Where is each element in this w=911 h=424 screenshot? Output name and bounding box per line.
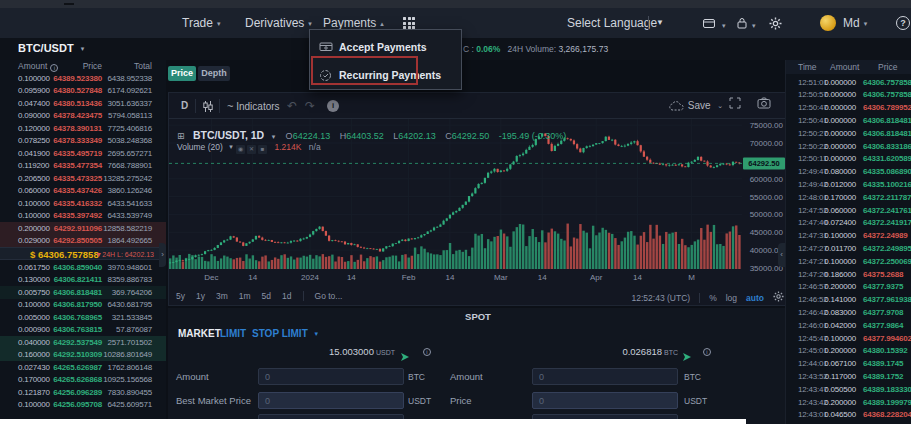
orderbook-row-ask[interactable]: 0.07825064378.3333495038.248368 [0, 135, 166, 148]
cloud-save-button[interactable]: Save ⌄ [669, 93, 723, 119]
info-icon[interactable]: i [423, 348, 431, 356]
trade-row[interactable]: 12:50:220.00000064306.833186 [786, 140, 911, 153]
order-tab-limit[interactable]: LIMIT [220, 328, 246, 339]
menu-item-accept-payments[interactable]: Accept Payments [310, 33, 461, 62]
user-menu[interactable]: Md▾ [843, 8, 867, 38]
trade-row[interactable]: 12:50:570.00000064306.757858 [786, 89, 911, 102]
orderbook-row-ask[interactable]: 0.10000064389.5233806438.952338 [0, 72, 166, 85]
last-price-row[interactable]: $ 64306.757858 ▼24H L: 64202.13 [0, 247, 166, 260]
language-caret-icon[interactable]: ▼ [656, 8, 664, 38]
orderbook-row-ask[interactable]: 0.20650064335.47332513285.275242 [0, 172, 166, 185]
orderbook-row-ask[interactable]: 0.10000064335.3974926433.539749 [0, 210, 166, 223]
orderbook-row-bid[interactable]: 0.00575064306.818481369.764206 [0, 286, 166, 299]
settings-mini-icon[interactable]: ✕ [247, 145, 256, 154]
trade-row[interactable]: 12:46:420.08300064377.9708 [786, 306, 911, 319]
order-tab-market[interactable]: MARKET [178, 328, 221, 339]
orderbook-row-ask[interactable]: 0.06000064335.4374263860.126246 [0, 185, 166, 198]
trade-row[interactable]: 12:50:270.00000064306.818481 [786, 127, 911, 140]
user-avatar[interactable] [820, 15, 836, 31]
trade-row[interactable]: 12:49:420.01200064335.100216 [786, 178, 911, 191]
orderbook-row-bid[interactable]: 0.13000064306.8214118359.886783 [0, 274, 166, 287]
fullscreen-icon[interactable] [729, 93, 741, 119]
trade-row[interactable]: 12:47:210.10000064372.250069 [786, 255, 911, 268]
orderbook-row-ask[interactable]: 0.10000064335.4163326433.541633 [0, 197, 166, 210]
scale-button-log[interactable]: log [726, 293, 737, 303]
trade-row[interactable]: 12:47:520.06000064372.241761 [786, 204, 911, 217]
nav-item-trade[interactable]: Trade▾ [182, 8, 220, 38]
trade-row[interactable]: 12:43:010.04650064368.228204 [786, 409, 911, 422]
orderbook-row-bid[interactable]: 0.17000064265.62686810925.156568 [0, 374, 166, 387]
collapse-trades-handle[interactable]: ‹ [778, 243, 785, 267]
trade-row[interactable]: 12:43:470.05050064389.183330 [786, 383, 911, 396]
eye-icon[interactable]: ◉ [236, 145, 245, 154]
orderbook-row-bid[interactable]: 0.16000064292.51030910286.801649 [0, 349, 166, 362]
range-button-1y[interactable]: 1y [196, 291, 205, 301]
trade-row[interactable]: 12:44:010.06710064389.1745 [786, 358, 911, 371]
indicators-button[interactable]: ~ Indicators [227, 93, 280, 119]
trade-row[interactable]: 12:50:110.00000064331.620589 [786, 153, 911, 166]
trade-row[interactable]: 12:46:010.04200064377.9864 [786, 319, 911, 332]
buy-amount-input[interactable] [258, 368, 404, 385]
settings-gear-icon[interactable] [769, 17, 782, 33]
orderbook-row-ask[interactable]: 0.04190064335.4957192695.657271 [0, 147, 166, 160]
chart-info-icon[interactable]: i [327, 100, 339, 112]
trade-row[interactable]: 12:47:270.01170064372.249895 [786, 242, 911, 255]
trade-row[interactable]: 12:43:420.20000064389.199979 [786, 396, 911, 409]
redo-icon[interactable]: ↷ [305, 93, 315, 119]
orderbook-row-ask[interactable]: 0.11920064335.4773547668.788901 [0, 160, 166, 173]
scale-button-%[interactable]: % [709, 293, 717, 303]
tab-depth[interactable]: Depth [198, 66, 230, 81]
menu-item-recurring-payments[interactable]: Recurring Payments [310, 61, 461, 90]
goto-button[interactable]: Go to... [315, 291, 343, 301]
orderbook-row-bid[interactable]: 0.02743064265.6269871762.806148 [0, 361, 166, 374]
orderbook-row-bid[interactable]: 0.04000064292.5375492571.701502 [0, 336, 166, 349]
apps-grid-icon[interactable] [403, 17, 415, 29]
trade-row[interactable]: 12:45:010.20000064380.15392 [786, 345, 911, 358]
info-icon[interactable]: i [703, 348, 711, 356]
chart-symbol-icon[interactable]: ⊞ [177, 131, 185, 141]
scale-button-auto[interactable]: auto [746, 293, 764, 303]
collapse-orderbook-handle[interactable]: › [159, 243, 166, 267]
candle-style-icon[interactable] [202, 93, 214, 119]
orderbook-row-bid[interactable]: 0.06175064306.8590403970.948601 [0, 261, 166, 274]
orderbook-row-bid[interactable]: 0.10000064256.0957086425.609571 [0, 399, 166, 412]
trade-row[interactable]: 12:46:570.20000064377.9375 [786, 281, 911, 294]
range-button-3m[interactable]: 3m [216, 291, 228, 301]
range-button-5y[interactable]: 5y [176, 291, 185, 301]
security-lock-icon[interactable]: ▾ [736, 17, 756, 32]
chevron-down-icon[interactable]: ▾ [229, 143, 233, 150]
pair-selector[interactable]: BTC/USDT ▾ [18, 42, 84, 54]
info-icon[interactable]: i [50, 64, 58, 72]
trade-row[interactable]: 12:51:010.00000064306.757858 [786, 76, 911, 89]
sell-amount-input[interactable] [532, 368, 678, 385]
interval-button[interactable]: D [181, 93, 188, 119]
orderbook-row-bid[interactable]: 0.12187064256.0962897830.890455 [0, 386, 166, 399]
buy-best-market-price-input[interactable] [258, 392, 404, 409]
wallet-icon[interactable]: ▾ [703, 17, 726, 32]
close-mini-icon[interactable]: ■ [258, 145, 267, 154]
help-icon[interactable]: ? [896, 16, 910, 30]
range-button-1m[interactable]: 1m [239, 291, 251, 301]
chart-clock[interactable]: 12:52:43 (UTC) [632, 293, 691, 303]
undo-icon[interactable]: ↶ [287, 93, 297, 119]
orderbook-row-ask[interactable]: 0.20000064292.91109612858.582219 [0, 222, 166, 235]
chevron-down-icon[interactable]: ▾ [272, 133, 276, 140]
trade-row[interactable]: 12:48:010.17000064372.211787 [786, 191, 911, 204]
trade-row[interactable]: 12:47:200.18600064375.2688 [786, 268, 911, 281]
trade-row[interactable]: 12:50:470.00000064306.789952 [786, 102, 911, 115]
orderbook-row-bid[interactable]: 0.10000064306.8179506430.681795 [0, 299, 166, 312]
orderbook-row-bid[interactable]: 0.00500064306.768965321.533845 [0, 311, 166, 324]
trade-row[interactable]: 12:43:520.11700064389.1752 [786, 370, 911, 383]
trade-row[interactable]: 12:45:470.10000064377.994602 [786, 332, 911, 345]
trade-row[interactable]: 12:49:470.08000064335.086890 [786, 166, 911, 179]
sell-price-input[interactable] [532, 392, 678, 409]
trade-row[interactable]: 12:47:310.10000064372.24989 [786, 230, 911, 243]
language-selector[interactable]: Select Language [567, 8, 657, 38]
trade-row[interactable]: 12:46:520.14100064377.961938 [786, 294, 911, 307]
orderbook-row-ask[interactable]: 0.04740064380.5134363051.636337 [0, 97, 166, 110]
orderbook-row-ask[interactable]: 0.02900064292.8505051864.492665 [0, 235, 166, 248]
trade-row[interactable]: 12:47:400.07240064372.241917 [786, 217, 911, 230]
chart-settings-gear-icon[interactable] [773, 291, 784, 304]
camera-icon[interactable] [757, 93, 771, 119]
range-button-1d[interactable]: 1d [282, 291, 291, 301]
